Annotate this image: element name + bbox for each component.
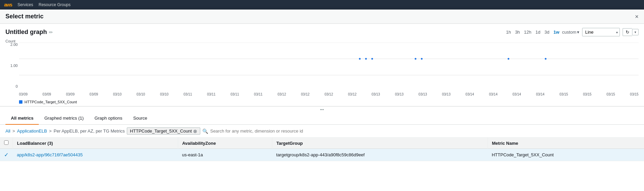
chart-type-select[interactable]: LineStacked areaNumber xyxy=(582,28,620,36)
time-btn-1d[interactable]: 1d xyxy=(534,29,542,35)
x-label-1: 03/09 xyxy=(43,92,51,99)
select-all-checkbox[interactable] xyxy=(4,140,9,145)
refresh-dropdown-button[interactable]: ▾ xyxy=(632,29,639,35)
time-btn-1w[interactable]: 1w xyxy=(552,29,561,35)
chip-remove-button[interactable]: ⊗ xyxy=(193,129,197,134)
expand-handle[interactable]: ••• xyxy=(0,106,644,112)
x-label-20: 03/14 xyxy=(489,92,497,99)
x-label-13: 03/12 xyxy=(324,92,333,99)
refresh-button-group: ↻ ▾ xyxy=(623,28,639,36)
modal-header: Select metric × xyxy=(0,10,644,24)
row-checkbox-cell: ✓ xyxy=(0,149,13,161)
legend-label: HTTPCode_Target_5XX_Count xyxy=(24,100,77,104)
chart-svg xyxy=(19,42,639,92)
breadcrumb-per-app: Per AppELB, per AZ, per TG Metrics xyxy=(54,128,125,134)
legend-color-dot xyxy=(19,100,22,104)
search-icon: 🔍 xyxy=(202,128,208,134)
x-label-21: 03/14 xyxy=(512,92,521,99)
x-axis-labels: 03/09 03/09 03/09 03/09 03/10 03/10 03/1… xyxy=(19,92,639,99)
tab-all-metrics[interactable]: All metrics xyxy=(5,112,39,125)
svg-point-4 xyxy=(365,58,367,60)
row-az: us-east-1a xyxy=(178,149,272,161)
x-label-22: 03/14 xyxy=(536,92,544,99)
refresh-button[interactable]: ↻ xyxy=(623,28,632,36)
graph-section: Untitled graph ✏ 1h 3h 12h 1d 3d 1w cust… xyxy=(0,24,644,106)
th-az: AvailabilityZone xyxy=(178,138,272,149)
graph-controls: 1h 3h 12h 1d 3d 1w custom ▾ LineStacked … xyxy=(505,28,639,36)
nav-services[interactable]: Services xyxy=(17,2,33,7)
time-btn-12h[interactable]: 12h xyxy=(523,29,533,35)
graph-title: Untitled graph xyxy=(5,29,47,36)
search-input[interactable] xyxy=(210,128,639,134)
edit-graph-title-icon[interactable]: ✏ xyxy=(49,30,53,35)
x-label-26: 03/15 xyxy=(630,92,639,99)
tab-source[interactable]: Source xyxy=(128,112,153,125)
y-axis-labels: 2.00 1.00 0 xyxy=(5,42,19,88)
top-bar: aws Services Resource Groups xyxy=(0,0,644,10)
svg-point-3 xyxy=(359,58,361,60)
chip-label: HTTPCode_Target_5XX_Count xyxy=(130,128,192,134)
svg-point-7 xyxy=(421,58,423,60)
time-range-buttons: 1h 3h 12h 1d 3d 1w custom ▾ xyxy=(505,29,579,35)
y-label-2: 2.00 xyxy=(11,42,18,47)
tab-graphed-metrics[interactable]: Graphed metrics (1) xyxy=(39,112,89,125)
x-label-12: 03/12 xyxy=(301,92,309,99)
svg-point-8 xyxy=(508,58,509,60)
row-metricname: HTTPCode_Target_5XX_Count xyxy=(488,149,644,161)
table-row: ✓ app/k8s2-app/96c716f7ae504435 us-east-… xyxy=(0,149,644,161)
time-btn-3h[interactable]: 3h xyxy=(514,29,521,35)
chart-type-wrapper: LineStacked areaNumber xyxy=(582,28,620,36)
aws-logo: aws xyxy=(4,2,12,7)
graph-title-area: Untitled graph ✏ xyxy=(5,29,53,36)
time-btn-1h[interactable]: 1h xyxy=(505,29,512,35)
x-label-25: 03/15 xyxy=(607,92,615,99)
y-label-1: 1.00 xyxy=(11,64,18,68)
x-label-18: 03/13 xyxy=(442,92,451,99)
filter-row: All > ApplicationELB > Per AppELB, per A… xyxy=(0,125,644,138)
tab-graph-options[interactable]: Graph options xyxy=(89,112,128,125)
modal-close-button[interactable]: × xyxy=(635,14,639,20)
row-loadbalancer: app/k8s2-app/96c716f7ae504435 xyxy=(13,149,178,161)
x-label-8: 03/11 xyxy=(207,92,216,99)
x-label-24: 03/15 xyxy=(583,92,592,99)
breadcrumb-sep-2: > xyxy=(49,128,52,134)
time-btn-custom[interactable]: custom ▾ xyxy=(562,30,579,35)
x-label-6: 03/10 xyxy=(160,92,169,99)
x-label-4: 03/10 xyxy=(113,92,121,99)
nav-resource-groups[interactable]: Resource Groups xyxy=(38,2,70,7)
graph-top-row: Untitled graph ✏ 1h 3h 12h 1d 3d 1w cust… xyxy=(5,28,639,36)
x-label-19: 03/14 xyxy=(465,92,474,99)
time-btn-3d[interactable]: 3d xyxy=(543,29,550,35)
svg-point-9 xyxy=(545,58,546,60)
filter-chip: HTTPCode_Target_5XX_Count ⊗ xyxy=(127,127,200,135)
breadcrumb-sep-1: > xyxy=(12,128,15,134)
svg-point-6 xyxy=(415,58,417,60)
loadbalancer-link[interactable]: app/k8s2-app/96c716f7ae504435 xyxy=(17,152,83,157)
th-loadbalancer: LoadBalancer (3) xyxy=(13,138,178,149)
breadcrumb-applicationelb[interactable]: ApplicationELB xyxy=(17,128,47,134)
y-label-0: 0 xyxy=(16,84,18,88)
th-metricname: Metric Name xyxy=(488,138,644,149)
select-metric-modal: Select metric × Untitled graph ✏ 1h 3h 1… xyxy=(0,10,644,191)
x-label-2: 03/09 xyxy=(66,92,74,99)
x-label-3: 03/09 xyxy=(89,92,98,99)
x-label-0: 03/09 xyxy=(19,92,28,99)
svg-point-5 xyxy=(371,58,373,60)
row-checkbox-checked[interactable]: ✓ xyxy=(4,152,9,158)
modal-title: Select metric xyxy=(5,13,44,20)
x-label-5: 03/10 xyxy=(137,92,145,99)
search-bar: 🔍 xyxy=(202,128,639,134)
x-label-16: 03/13 xyxy=(395,92,404,99)
x-label-10: 03/11 xyxy=(254,92,262,99)
chart-area: Count 2.00 1.00 0 xyxy=(5,39,639,99)
metrics-table: LoadBalancer (3) AvailabilityZone Target… xyxy=(0,138,644,161)
x-label-14: 03/12 xyxy=(348,92,357,99)
x-label-23: 03/15 xyxy=(560,92,568,99)
table-header-row: LoadBalancer (3) AvailabilityZone Target… xyxy=(0,138,644,149)
x-label-17: 03/13 xyxy=(419,92,427,99)
x-label-7: 03/11 xyxy=(184,92,192,99)
th-targetgroup: TargetGroup xyxy=(272,138,488,149)
x-label-11: 03/12 xyxy=(277,92,286,99)
breadcrumb-all[interactable]: All xyxy=(5,128,10,134)
legend-area: HTTPCode_Target_5XX_Count xyxy=(5,99,639,106)
